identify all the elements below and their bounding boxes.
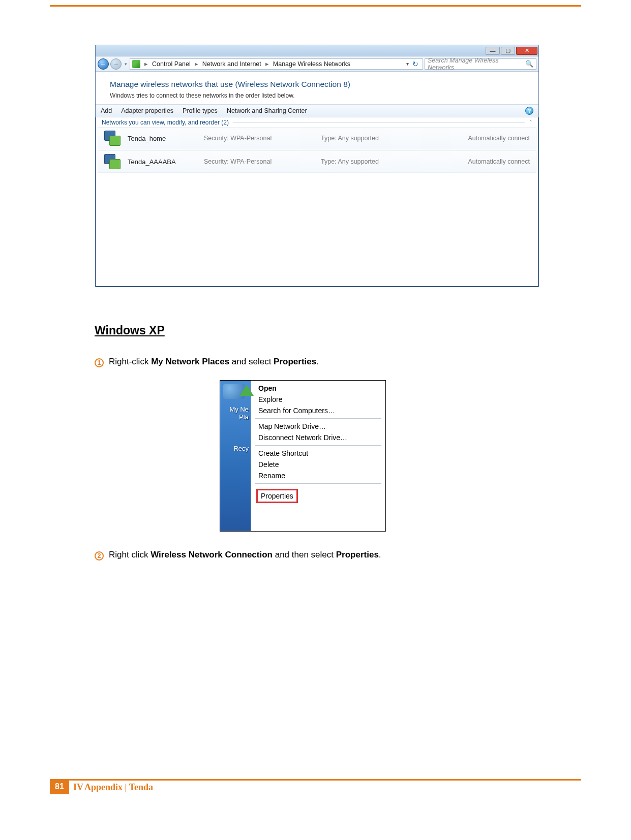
breadcrumb-item[interactable]: Network and Internet xyxy=(202,60,261,68)
page-banner: Manage wireless networks that use (Wirel… xyxy=(96,72,538,104)
group-label: Networks you can view, modify, and reord… xyxy=(102,119,229,126)
network-security: Security: WPA-Personal xyxy=(204,158,321,165)
breadcrumb-item[interactable]: Control Panel xyxy=(152,60,191,68)
desktop-label: Recy xyxy=(220,445,249,452)
step-text: Right click Wireless Network Connection … xyxy=(109,550,381,560)
network-auto: Automatically connect xyxy=(468,158,530,165)
nav-history-dropdown[interactable]: ▾ xyxy=(123,61,128,67)
menu-item-explore[interactable]: Explore xyxy=(251,394,385,405)
menu-separator xyxy=(255,445,381,446)
footer-text: IV Appendix | Tenda xyxy=(69,779,581,794)
page-title: Manage wireless networks that use (Wirel… xyxy=(110,80,524,89)
chevron-right-icon: ▸ xyxy=(263,60,272,68)
maximize-button[interactable]: ▢ xyxy=(501,47,515,55)
chevron-right-icon: ▸ xyxy=(192,60,201,68)
step-2: 2 Right click Wireless Network Connectio… xyxy=(95,550,381,560)
desktop-label: My Ne Pla xyxy=(220,406,249,421)
adapter-properties-button[interactable]: Adapter properties xyxy=(121,107,173,114)
step-text: Right-click My Network Places and select… xyxy=(109,357,319,367)
menu-item-open[interactable]: Open xyxy=(251,383,385,394)
network-security: Security: WPA-Personal xyxy=(204,135,321,142)
network-type: Type: Any supported xyxy=(321,158,428,165)
menu-item-delete[interactable]: Delete xyxy=(251,459,385,470)
green-arrow-icon xyxy=(239,385,254,396)
network-row[interactable]: Tenda_AAAABA Security: WPA-Personal Type… xyxy=(98,150,536,173)
step-1: 1 Right-click My Network Places and sele… xyxy=(95,357,319,367)
signal-icon xyxy=(132,60,140,68)
titlebar: — ▢ ✕ xyxy=(96,45,538,56)
chevron-right-icon: ▸ xyxy=(142,60,151,68)
collapse-icon[interactable]: ˄ xyxy=(525,119,532,126)
group-header: Networks you can view, modify, and reord… xyxy=(96,117,538,126)
address-dropdown-icon[interactable]: ▾ xyxy=(406,61,409,67)
menu-separator xyxy=(255,483,381,484)
divider xyxy=(233,122,525,123)
page-subtitle: Windows tries to connect to these networ… xyxy=(110,92,524,99)
close-button[interactable]: ✕ xyxy=(516,47,537,55)
xp-context-menu-screenshot: My Ne Pla Recy Open Explore Search for C… xyxy=(220,380,386,532)
menu-item-disconnect-drive[interactable]: Disconnect Network Drive… xyxy=(251,432,385,443)
menu-item-properties[interactable]: Properties xyxy=(256,489,298,503)
breadcrumb[interactable]: ▸ Control Panel ▸ Network and Internet ▸… xyxy=(130,58,423,70)
back-button[interactable]: ← xyxy=(98,58,109,70)
menu-item-create-shortcut[interactable]: Create Shortcut xyxy=(251,448,385,459)
command-bar: Add Adapter properties Profile types Net… xyxy=(96,104,538,117)
menu-item-rename[interactable]: Rename xyxy=(251,470,385,481)
search-placeholder: Search Manage Wireless Networks xyxy=(428,57,525,71)
search-icon: 🔍 xyxy=(525,60,533,68)
context-menu: Open Explore Search for Computers… Map N… xyxy=(251,381,385,531)
network-row[interactable]: Tenda_home Security: WPA-Personal Type: … xyxy=(98,127,536,149)
page-footer: 81 IV Appendix | Tenda xyxy=(50,779,581,794)
address-bar: ← → ▾ ▸ Control Panel ▸ Network and Inte… xyxy=(96,56,538,72)
add-button[interactable]: Add xyxy=(101,107,112,114)
refresh-icon[interactable]: ↻ xyxy=(410,60,420,68)
network-auto: Automatically connect xyxy=(468,135,530,142)
network-name: Tenda_AAAABA xyxy=(128,158,204,166)
step-number-icon: 1 xyxy=(95,358,104,367)
top-rule xyxy=(50,5,581,7)
help-icon[interactable]: ? xyxy=(525,107,533,115)
network-name: Tenda_home xyxy=(128,135,204,142)
step-number-icon: 2 xyxy=(95,551,104,561)
menu-item-search[interactable]: Search for Computers… xyxy=(251,405,385,416)
network-icon xyxy=(104,131,123,146)
search-input[interactable]: Search Manage Wireless Networks 🔍 xyxy=(425,58,536,70)
page-number: 81 xyxy=(50,779,69,794)
section-heading: Windows XP xyxy=(95,324,165,337)
manage-wireless-window: — ▢ ✕ ← → ▾ ▸ Control Panel ▸ Network an… xyxy=(95,45,539,287)
menu-separator xyxy=(255,418,381,419)
network-sharing-center-button[interactable]: Network and Sharing Center xyxy=(227,107,307,114)
forward-button[interactable]: → xyxy=(110,58,122,70)
network-type: Type: Any supported xyxy=(321,135,428,142)
menu-item-map-drive[interactable]: Map Network Drive… xyxy=(251,421,385,432)
profile-types-button[interactable]: Profile types xyxy=(183,107,218,114)
minimize-button[interactable]: — xyxy=(486,47,500,55)
network-icon xyxy=(104,154,123,169)
xp-desktop-strip: My Ne Pla Recy xyxy=(220,381,251,531)
breadcrumb-item[interactable]: Manage Wireless Networks xyxy=(273,60,350,68)
